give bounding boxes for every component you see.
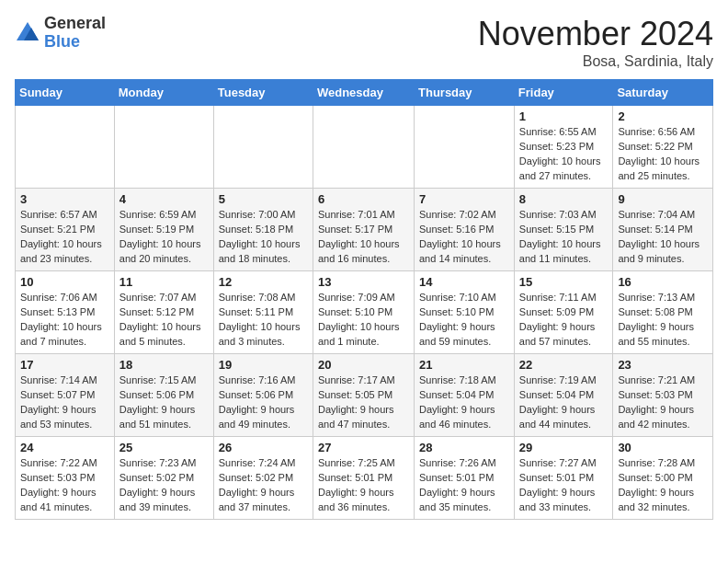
calendar-cell xyxy=(415,106,515,189)
col-monday: Monday xyxy=(114,80,213,106)
logo: General Blue xyxy=(15,15,106,52)
col-friday: Friday xyxy=(514,80,613,106)
day-number: 9 xyxy=(618,192,708,206)
col-sunday: Sunday xyxy=(16,80,115,106)
day-info: Sunrise: 7:00 AM Sunset: 5:18 PM Dayligh… xyxy=(219,208,308,267)
calendar-cell: 11Sunrise: 7:07 AM Sunset: 5:12 PM Dayli… xyxy=(114,271,213,354)
calendar-cell: 10Sunrise: 7:06 AM Sunset: 5:13 PM Dayli… xyxy=(16,271,115,354)
day-number: 11 xyxy=(119,275,209,289)
day-number: 28 xyxy=(419,441,509,454)
day-info: Sunrise: 6:57 AM Sunset: 5:21 PM Dayligh… xyxy=(20,208,109,267)
calendar-cell: 30Sunrise: 7:28 AM Sunset: 5:00 PM Dayli… xyxy=(613,437,713,520)
day-number: 12 xyxy=(219,275,308,289)
day-info: Sunrise: 7:26 AM Sunset: 5:01 PM Dayligh… xyxy=(419,456,509,515)
calendar-cell: 5Sunrise: 7:00 AM Sunset: 5:18 PM Daylig… xyxy=(213,189,313,271)
calendar-week-3: 10Sunrise: 7:06 AM Sunset: 5:13 PM Dayli… xyxy=(16,271,713,354)
day-info: Sunrise: 6:56 AM Sunset: 5:22 PM Dayligh… xyxy=(618,125,708,184)
day-number: 10 xyxy=(20,275,109,289)
calendar-cell: 24Sunrise: 7:22 AM Sunset: 5:03 PM Dayli… xyxy=(16,437,115,520)
calendar-cell: 25Sunrise: 7:23 AM Sunset: 5:02 PM Dayli… xyxy=(114,437,213,520)
calendar-cell: 18Sunrise: 7:15 AM Sunset: 5:06 PM Dayli… xyxy=(114,354,213,437)
day-number: 26 xyxy=(219,441,308,454)
calendar-cell: 27Sunrise: 7:25 AM Sunset: 5:01 PM Dayli… xyxy=(313,437,414,520)
calendar-cell: 9Sunrise: 7:04 AM Sunset: 5:14 PM Daylig… xyxy=(613,189,713,271)
day-number: 27 xyxy=(318,441,409,454)
calendar-cell: 21Sunrise: 7:18 AM Sunset: 5:04 PM Dayli… xyxy=(415,354,515,437)
day-info: Sunrise: 6:59 AM Sunset: 5:19 PM Dayligh… xyxy=(119,208,209,267)
calendar-cell: 13Sunrise: 7:09 AM Sunset: 5:10 PM Dayli… xyxy=(313,271,414,354)
day-info: Sunrise: 6:55 AM Sunset: 5:23 PM Dayligh… xyxy=(519,125,609,184)
day-info: Sunrise: 7:18 AM Sunset: 5:04 PM Dayligh… xyxy=(419,373,509,432)
calendar-cell: 8Sunrise: 7:03 AM Sunset: 5:15 PM Daylig… xyxy=(514,189,613,271)
calendar-week-4: 17Sunrise: 7:14 AM Sunset: 5:07 PM Dayli… xyxy=(16,354,713,437)
day-info: Sunrise: 7:23 AM Sunset: 5:02 PM Dayligh… xyxy=(119,456,209,515)
day-info: Sunrise: 7:11 AM Sunset: 5:09 PM Dayligh… xyxy=(519,291,609,350)
calendar-table: Sunday Monday Tuesday Wednesday Thursday… xyxy=(15,79,713,520)
day-number: 20 xyxy=(318,358,409,372)
calendar-cell: 4Sunrise: 6:59 AM Sunset: 5:19 PM Daylig… xyxy=(114,189,213,271)
day-number: 18 xyxy=(119,358,209,372)
day-info: Sunrise: 7:14 AM Sunset: 5:07 PM Dayligh… xyxy=(20,373,109,432)
calendar-cell: 22Sunrise: 7:19 AM Sunset: 5:04 PM Dayli… xyxy=(514,354,613,437)
day-number: 8 xyxy=(519,192,609,206)
day-info: Sunrise: 7:10 AM Sunset: 5:10 PM Dayligh… xyxy=(419,291,509,350)
col-saturday: Saturday xyxy=(613,80,713,106)
day-info: Sunrise: 7:19 AM Sunset: 5:04 PM Dayligh… xyxy=(519,373,609,432)
logo-icon xyxy=(15,20,40,46)
day-number: 15 xyxy=(519,275,609,289)
day-number: 30 xyxy=(618,441,708,454)
day-info: Sunrise: 7:04 AM Sunset: 5:14 PM Dayligh… xyxy=(618,208,708,267)
day-info: Sunrise: 7:27 AM Sunset: 5:01 PM Dayligh… xyxy=(519,456,609,515)
day-number: 5 xyxy=(219,192,308,206)
day-info: Sunrise: 7:16 AM Sunset: 5:06 PM Dayligh… xyxy=(219,373,308,432)
day-info: Sunrise: 7:08 AM Sunset: 5:11 PM Dayligh… xyxy=(219,291,308,350)
day-info: Sunrise: 7:22 AM Sunset: 5:03 PM Dayligh… xyxy=(20,456,109,515)
day-info: Sunrise: 7:25 AM Sunset: 5:01 PM Dayligh… xyxy=(318,456,409,515)
calendar-cell xyxy=(313,106,414,189)
day-number: 13 xyxy=(318,275,409,289)
day-number: 17 xyxy=(20,358,109,372)
calendar-cell xyxy=(114,106,213,189)
day-info: Sunrise: 7:03 AM Sunset: 5:15 PM Dayligh… xyxy=(519,208,609,267)
calendar-cell: 23Sunrise: 7:21 AM Sunset: 5:03 PM Dayli… xyxy=(613,354,713,437)
day-number: 4 xyxy=(119,192,209,206)
day-info: Sunrise: 7:07 AM Sunset: 5:12 PM Dayligh… xyxy=(119,291,209,350)
calendar-week-2: 3Sunrise: 6:57 AM Sunset: 5:21 PM Daylig… xyxy=(16,189,713,271)
day-number: 3 xyxy=(20,192,109,206)
day-number: 21 xyxy=(419,358,509,372)
day-number: 2 xyxy=(618,109,708,123)
col-thursday: Thursday xyxy=(415,80,515,106)
day-info: Sunrise: 7:17 AM Sunset: 5:05 PM Dayligh… xyxy=(318,373,409,432)
day-number: 22 xyxy=(519,358,609,372)
day-number: 7 xyxy=(419,192,509,206)
day-number: 25 xyxy=(119,441,209,454)
month-title: November 2024 xyxy=(478,15,713,53)
calendar-cell: 19Sunrise: 7:16 AM Sunset: 5:06 PM Dayli… xyxy=(213,354,313,437)
calendar-cell: 7Sunrise: 7:02 AM Sunset: 5:16 PM Daylig… xyxy=(415,189,515,271)
calendar-week-5: 24Sunrise: 7:22 AM Sunset: 5:03 PM Dayli… xyxy=(16,437,713,520)
calendar-cell: 6Sunrise: 7:01 AM Sunset: 5:17 PM Daylig… xyxy=(313,189,414,271)
day-info: Sunrise: 7:02 AM Sunset: 5:16 PM Dayligh… xyxy=(419,208,509,267)
day-info: Sunrise: 7:01 AM Sunset: 5:17 PM Dayligh… xyxy=(318,208,409,267)
calendar-cell: 15Sunrise: 7:11 AM Sunset: 5:09 PM Dayli… xyxy=(514,271,613,354)
day-number: 24 xyxy=(20,441,109,454)
day-number: 6 xyxy=(318,192,409,206)
calendar-cell: 29Sunrise: 7:27 AM Sunset: 5:01 PM Dayli… xyxy=(514,437,613,520)
day-number: 19 xyxy=(219,358,308,372)
calendar-header: Sunday Monday Tuesday Wednesday Thursday… xyxy=(16,80,713,106)
col-wednesday: Wednesday xyxy=(313,80,414,106)
day-number: 1 xyxy=(519,109,609,123)
title-block: November 2024 Bosa, Sardinia, Italy xyxy=(478,15,713,70)
calendar-cell: 12Sunrise: 7:08 AM Sunset: 5:11 PM Dayli… xyxy=(213,271,313,354)
logo-general: General xyxy=(44,15,106,33)
day-number: 16 xyxy=(618,275,708,289)
calendar-cell: 28Sunrise: 7:26 AM Sunset: 5:01 PM Dayli… xyxy=(415,437,515,520)
calendar-cell xyxy=(213,106,313,189)
calendar-cell: 2Sunrise: 6:56 AM Sunset: 5:22 PM Daylig… xyxy=(613,106,713,189)
calendar-cell: 1Sunrise: 6:55 AM Sunset: 5:23 PM Daylig… xyxy=(514,106,613,189)
page-header: General Blue November 2024 Bosa, Sardini… xyxy=(15,15,713,70)
calendar-cell: 3Sunrise: 6:57 AM Sunset: 5:21 PM Daylig… xyxy=(16,189,115,271)
day-info: Sunrise: 7:06 AM Sunset: 5:13 PM Dayligh… xyxy=(20,291,109,350)
calendar-cell: 26Sunrise: 7:24 AM Sunset: 5:02 PM Dayli… xyxy=(213,437,313,520)
day-info: Sunrise: 7:21 AM Sunset: 5:03 PM Dayligh… xyxy=(618,373,708,432)
